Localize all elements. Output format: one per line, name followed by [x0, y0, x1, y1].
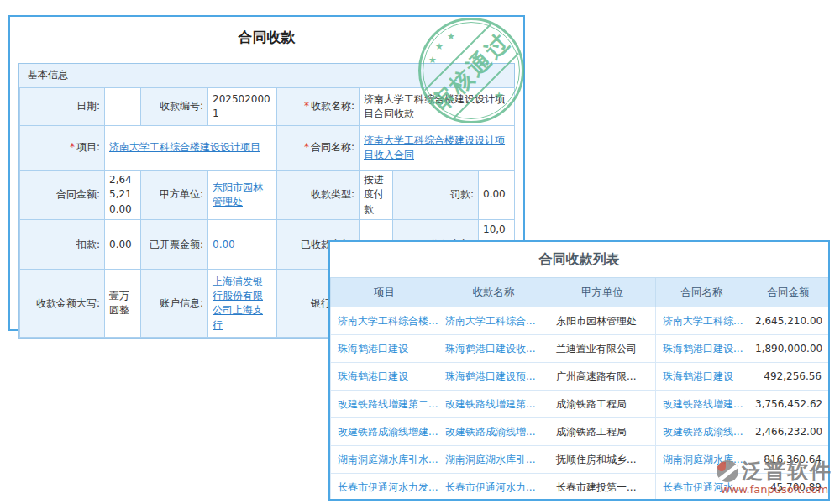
- project-cell[interactable]: 湖南洞庭湖水库引水...: [331, 446, 438, 474]
- project-cell[interactable]: 珠海鹤港口建设: [331, 335, 438, 363]
- deduction-label: 扣款:: [20, 220, 105, 270]
- project-cell[interactable]: 改建铁路成渝线增建...: [331, 418, 438, 446]
- list-window-title: 合同收款列表: [330, 242, 828, 277]
- contract-name-field: 济南大学工科综合楼建设设计项目收入合同: [360, 126, 515, 171]
- party-a-cell: 长春市建投第一...: [549, 474, 656, 501]
- required-marker: *: [70, 141, 75, 153]
- penalty-field[interactable]: 0.00: [479, 171, 515, 220]
- party-a-cell: 成渝铁路工程局: [549, 391, 656, 418]
- receipt-name-label: *收款名称:: [277, 88, 360, 126]
- contract-amount-cell: 3,756,452.62: [748, 391, 829, 418]
- star-icon: ★: [494, 89, 504, 102]
- watermark-brand: 泛普软件: [742, 457, 832, 485]
- stamp-ring: 审核通过: [418, 18, 524, 123]
- watermark-url: www.fanpusoft.com: [717, 483, 832, 496]
- party-a-cell: 成渝铁路工程局: [549, 418, 656, 446]
- column-header-receipt-name: 收款名称: [438, 278, 549, 307]
- party-a-cell: 抚顺住房和城乡...: [549, 446, 656, 474]
- required-marker: *: [304, 100, 309, 112]
- stamp-text: 审核通过: [425, 26, 517, 118]
- star-icon: ★: [447, 31, 455, 42]
- amount-words-field: 壹万圆整: [105, 270, 141, 338]
- fanpu-watermark: 泛普软件 www.fanpusoft.com: [717, 457, 832, 496]
- project-cell[interactable]: 长春市伊通河水力发...: [331, 474, 438, 501]
- receipt-no-field[interactable]: 2025020001: [208, 88, 277, 126]
- receipt-no-label: 收款编号:: [141, 88, 208, 126]
- invoiced-amount-field: 0.00: [208, 220, 277, 270]
- project-cell[interactable]: 济南大学工科综合楼...: [331, 307, 438, 335]
- project-cell[interactable]: 珠海鹤港口建设: [331, 363, 438, 391]
- table-row: 珠海鹤港口建设 珠海鹤港口建设收... 兰迪置业有限公司 珠海鹤港口建设... …: [331, 335, 829, 363]
- column-header-contract-amount: 合同金额: [748, 278, 829, 307]
- contract-name-link[interactable]: 济南大学工科综合楼建设设计项目收入合同: [364, 134, 505, 160]
- required-marker: *: [304, 141, 309, 153]
- contract-name-cell[interactable]: 珠海鹤港口建设: [656, 363, 748, 391]
- watermark-row: 泛普软件: [717, 457, 832, 485]
- contract-amount-cell: 1,890,000.00: [748, 335, 829, 363]
- table-row: 济南大学工科综合楼... 济南大学工科综合... 东阳市园林管理处 济南大学工科…: [331, 307, 829, 335]
- table-row: 改建铁路成渝线增建... 改建铁路成渝线增... 成渝铁路工程局 改建铁路成渝线…: [331, 418, 829, 446]
- amount-words-label: 收款金额大写:: [20, 270, 105, 338]
- project-field: 济南大学工科综合楼建设设计项目: [105, 126, 277, 171]
- star-icon: ★: [435, 41, 444, 52]
- invoiced-amount-label: 已开票金额:: [141, 220, 208, 270]
- contract-amount-field: 2,645,210.00: [105, 171, 141, 220]
- project-cell[interactable]: 改建铁路线增建第二...: [331, 391, 438, 418]
- party-a-link[interactable]: 东阳市园林管理处: [213, 181, 263, 207]
- form-row-amounts-1: 合同金额: 2,645,210.00 甲方单位: 东阳市园林管理处 收款类型: …: [20, 171, 515, 220]
- contract-amount-label: 合同金额:: [20, 171, 105, 220]
- approval-stamp: 审核通过 ★ ★ ★ ★: [418, 18, 524, 123]
- receipt-name-cell[interactable]: 济南大学工科综合...: [438, 307, 549, 335]
- column-header-party-a: 甲方单位: [549, 278, 656, 307]
- table-row: 珠海鹤港口建设 珠海鹤港口建设预... 广州高速路有限... 珠海鹤港口建设 4…: [331, 363, 829, 391]
- contract-amount-cell: 2,645,210.00: [748, 307, 829, 335]
- contract-name-cell[interactable]: 济南大学工科综...: [656, 307, 748, 335]
- table-row: 改建铁路线增建第二... 改建铁路线增建第... 成渝铁路工程局 改建铁路线增建…: [331, 391, 829, 418]
- contract-name-cell[interactable]: 珠海鹤港口建设...: [656, 335, 748, 363]
- column-header-project: 项目: [331, 278, 438, 307]
- contract-name-cell[interactable]: 改建铁路成渝线...: [656, 418, 748, 446]
- receipt-type-label: 收款类型:: [277, 171, 360, 220]
- party-a-label: 甲方单位:: [141, 171, 208, 220]
- party-a-cell: 东阳市园林管理处: [549, 307, 656, 335]
- date-field[interactable]: [105, 88, 141, 126]
- receipt-name-cell[interactable]: 改建铁路线增建第...: [438, 391, 549, 418]
- form-row-project: *项目: 济南大学工科综合楼建设设计项目 *合同名称: 济南大学工科综合楼建设设…: [20, 126, 515, 171]
- penalty-label: 罚款:: [393, 171, 479, 220]
- contract-amount-cell: 492,256.56: [748, 363, 829, 391]
- account-info-field: 上海浦发银行股份有限公司上海支行: [208, 270, 277, 338]
- account-info-link[interactable]: 上海浦发银行股份有限公司上海支行: [213, 276, 263, 331]
- fanpu-logo-icon: [717, 460, 738, 482]
- receipt-name-cell[interactable]: 长春市伊通河水力...: [438, 474, 549, 501]
- contract-name-label: *合同名称:: [277, 126, 360, 171]
- stamp-band: 审核通过: [418, 18, 524, 123]
- list-header-row: 项目 收款名称 甲方单位 合同名称 合同金额: [331, 278, 829, 307]
- receipt-name-cell[interactable]: 珠海鹤港口建设预...: [438, 363, 549, 391]
- receipt-name-cell[interactable]: 湖南洞庭湖水库引...: [438, 446, 549, 474]
- party-a-field: 东阳市园林管理处: [208, 171, 277, 220]
- contract-name-cell[interactable]: 改建铁路线增建...: [656, 391, 748, 418]
- receipt-type-field[interactable]: 按进度付款: [360, 171, 393, 220]
- receipt-name-cell[interactable]: 改建铁路成渝线增...: [438, 418, 549, 446]
- account-info-label: 账户信息:: [141, 270, 208, 338]
- column-header-contract-name: 合同名称: [656, 278, 748, 307]
- invoiced-amount-link[interactable]: 0.00: [213, 239, 235, 250]
- receipt-name-cell[interactable]: 珠海鹤港口建设收...: [438, 335, 549, 363]
- contract-amount-cell: 2,466,232.00: [748, 418, 829, 446]
- party-a-cell: 兰迪置业有限公司: [549, 335, 656, 363]
- date-label: 日期:: [20, 88, 105, 126]
- project-link[interactable]: 济南大学工科综合楼建设设计项目: [109, 141, 260, 153]
- project-label: *项目:: [20, 126, 105, 171]
- deduction-field[interactable]: 0.00: [105, 220, 141, 270]
- star-icon: ★: [428, 55, 437, 66]
- party-a-cell: 广州高速路有限...: [549, 363, 656, 391]
